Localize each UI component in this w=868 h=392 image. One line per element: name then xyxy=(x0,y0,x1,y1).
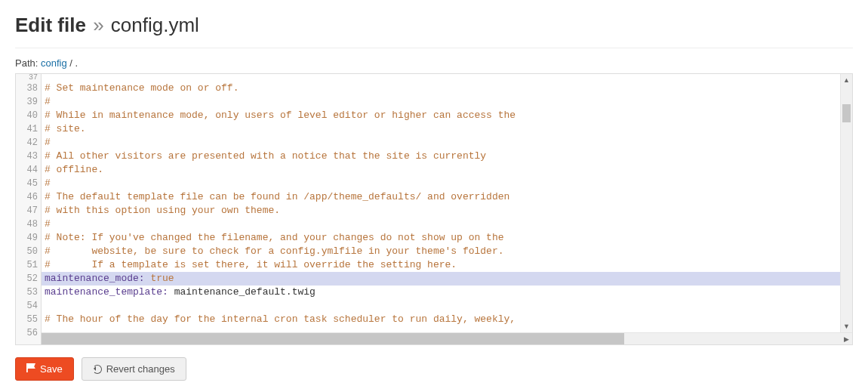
code-line[interactable]: # The default template file can be found… xyxy=(42,190,852,204)
code-line[interactable]: # offline. xyxy=(42,163,852,177)
code-line[interactable]: # xyxy=(42,136,852,150)
revert-button-label: Revert changes xyxy=(106,363,175,375)
line-number: 43 xyxy=(16,150,41,163)
line-number: 56 xyxy=(16,326,41,340)
code-line[interactable]: # All other visitors are presented with … xyxy=(42,150,852,163)
line-number: 47 xyxy=(16,204,41,218)
code-line[interactable] xyxy=(42,74,852,82)
line-number: 46 xyxy=(16,190,41,204)
line-number: 48 xyxy=(16,218,41,231)
line-number: 40 xyxy=(16,109,41,122)
code-line[interactable]: # site. xyxy=(42,122,852,136)
title-prefix: Edit file xyxy=(15,14,86,36)
flag-icon xyxy=(26,363,35,375)
line-number: 41 xyxy=(16,122,41,136)
path-folder-link[interactable]: config xyxy=(41,57,67,69)
title-filename: config.yml xyxy=(111,14,199,36)
comment-text: # All other visitors are presented with … xyxy=(45,150,486,162)
path-label: Path: xyxy=(15,57,38,69)
comment-text: # website, be sure to check for a config… xyxy=(45,245,504,257)
code-line[interactable]: # xyxy=(42,95,852,109)
code-line[interactable]: # xyxy=(42,177,852,190)
comment-text: # The hour of the day for the internal c… xyxy=(45,313,516,325)
code-line[interactable]: # xyxy=(42,218,852,231)
vertical-scrollbar[interactable]: ▲ ▼ xyxy=(840,74,852,332)
breadcrumb: Path: config / . xyxy=(15,57,853,69)
yaml-value: true xyxy=(150,273,174,284)
comment-text: # xyxy=(45,96,51,107)
yaml-key: maintenance_mode xyxy=(45,273,139,284)
comment-text: # with this option using your own theme. xyxy=(45,205,280,216)
line-number: 53 xyxy=(16,286,41,299)
line-number: 49 xyxy=(16,231,41,245)
revert-button[interactable]: Revert changes xyxy=(82,357,186,381)
scroll-down-icon[interactable]: ▼ xyxy=(841,320,852,332)
line-number: 45 xyxy=(16,177,41,190)
comment-text: # xyxy=(45,137,51,148)
save-button-label: Save xyxy=(40,363,63,375)
line-number: 52 xyxy=(16,272,41,286)
line-number: 51 xyxy=(16,258,41,272)
code-line[interactable]: # website, be sure to check for a config… xyxy=(42,245,852,258)
code-line[interactable]: # While in maintenance mode, only users … xyxy=(42,109,852,122)
path-suffix: / . xyxy=(69,57,78,69)
line-number: 55 xyxy=(16,313,41,326)
line-number: 42 xyxy=(16,136,41,150)
line-number: 54 xyxy=(16,299,41,313)
scroll-right-icon[interactable]: ▶ xyxy=(840,333,852,344)
line-number: 44 xyxy=(16,163,41,177)
yaml-key: maintenance_template xyxy=(45,286,162,298)
line-number: 39 xyxy=(16,95,41,109)
page-header: Edit file » config.yml xyxy=(15,0,853,48)
code-line[interactable]: # Set maintenance mode on or off. xyxy=(42,82,852,95)
line-number: 37 xyxy=(16,74,41,82)
code-line[interactable]: maintenance_mode: true xyxy=(42,272,852,286)
save-button[interactable]: Save xyxy=(15,357,74,381)
code-line[interactable]: # If a template is set there, it will ov… xyxy=(42,258,852,272)
code-line[interactable]: # The hour of the day for the internal c… xyxy=(42,313,852,326)
comment-text: # offline. xyxy=(45,164,103,175)
comment-text: # The default template file can be found… xyxy=(45,191,509,202)
comment-text: # Note: If you've changed the filename, … xyxy=(45,232,504,243)
horizontal-scroll-thumb[interactable] xyxy=(42,333,624,344)
comment-text: # xyxy=(45,177,51,189)
button-row: Save Revert changes xyxy=(15,357,853,381)
horizontal-scrollbar[interactable]: ▶ xyxy=(42,332,852,344)
code-line[interactable]: # Note: If you've changed the filename, … xyxy=(42,231,852,245)
code-editor[interactable]: 3738394041424344454647484950515253545556… xyxy=(15,73,853,345)
chevron-icon: » xyxy=(91,14,105,36)
comment-text: # site. xyxy=(45,123,86,134)
comment-text: # If a template is set there, it will ov… xyxy=(45,259,457,270)
line-number: 38 xyxy=(16,82,41,95)
editor-code-area[interactable]: # Set maintenance mode on or off.## Whil… xyxy=(42,74,852,344)
comment-text: # While in maintenance mode, only users … xyxy=(45,110,516,121)
line-number: 50 xyxy=(16,245,41,258)
revert-icon xyxy=(93,365,102,374)
code-line[interactable]: # with this option using your own theme. xyxy=(42,204,852,218)
yaml-value: maintenance_default.twig xyxy=(174,286,315,298)
code-line[interactable] xyxy=(42,299,852,313)
comment-text: # Set maintenance mode on or off. xyxy=(45,82,239,94)
scroll-up-icon[interactable]: ▲ xyxy=(841,74,852,86)
page-title: Edit file » config.yml xyxy=(15,14,853,37)
code-line[interactable]: maintenance_template: maintenance_defaul… xyxy=(42,286,852,299)
editor-gutter: 3738394041424344454647484950515253545556 xyxy=(16,74,42,344)
comment-text: # xyxy=(45,218,51,230)
vertical-scroll-thumb[interactable] xyxy=(842,104,851,122)
